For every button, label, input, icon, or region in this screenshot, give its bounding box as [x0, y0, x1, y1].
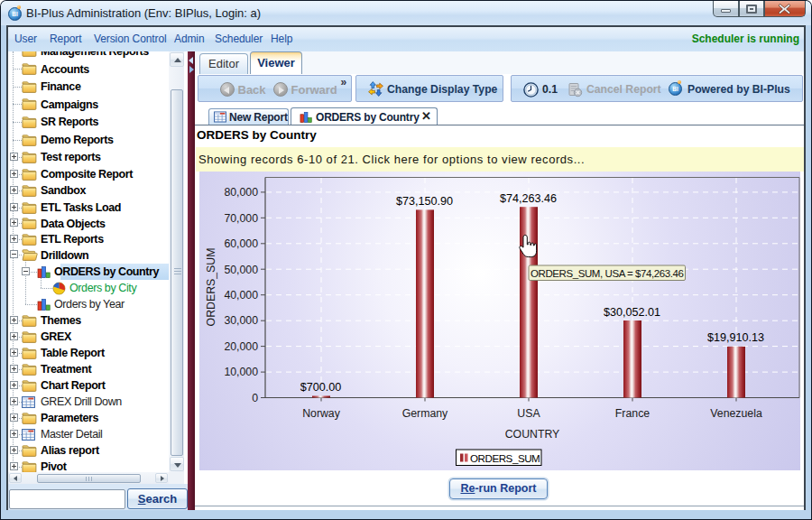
svg-text:ORDERS_SUM, USA = $74,263.46: ORDERS_SUM, USA = $74,263.46	[531, 268, 683, 279]
svg-text:$73,150.90: $73,150.90	[396, 195, 453, 208]
svg-text:ORDERS_SUM: ORDERS_SUM	[470, 452, 540, 464]
svg-text:$30,052.01: $30,052.01	[604, 306, 660, 319]
svg-text:Germany: Germany	[402, 407, 448, 420]
svg-text:30,000: 30,000	[224, 314, 258, 327]
svg-text:80,000: 80,000	[224, 186, 258, 199]
svg-text:ORDERS_SUM: ORDERS_SUM	[205, 248, 217, 327]
svg-text:$700.00: $700.00	[300, 381, 342, 394]
svg-text:France: France	[615, 407, 650, 420]
svg-text:$74,263.46: $74,263.46	[500, 192, 557, 205]
svg-text:$19,910.13: $19,910.13	[707, 331, 764, 344]
svg-text:20,000: 20,000	[224, 340, 258, 353]
svg-text:50,000: 50,000	[224, 264, 258, 276]
svg-text:0: 0	[252, 392, 258, 404]
svg-text:USA: USA	[517, 407, 540, 420]
svg-text:60,000: 60,000	[224, 237, 258, 250]
svg-text:10,000: 10,000	[224, 366, 258, 378]
svg-text:70,000: 70,000	[224, 212, 258, 225]
svg-text:COUNTRY: COUNTRY	[505, 428, 560, 441]
svg-text:40,000: 40,000	[224, 289, 258, 302]
svg-text:Venezuela: Venezuela	[710, 407, 762, 420]
svg-text:Norway: Norway	[302, 407, 341, 420]
